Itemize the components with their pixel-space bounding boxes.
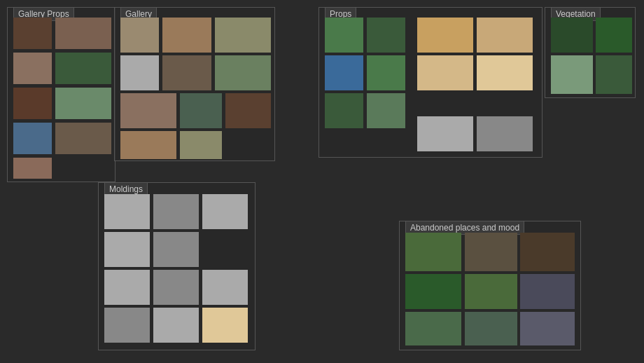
moldings-group: Moldings: [98, 182, 255, 350]
img-a6[interactable]: [520, 274, 575, 309]
img-m2[interactable]: [153, 194, 199, 229]
img-v3[interactable]: [551, 55, 593, 94]
img-g5[interactable]: [162, 55, 211, 90]
img-gp7[interactable]: [13, 123, 52, 154]
img-g8[interactable]: [180, 93, 222, 128]
img-gp1[interactable]: [13, 18, 52, 49]
img-m5[interactable]: [153, 232, 199, 267]
vegetation-group: Vegetation: [545, 7, 636, 98]
img-p11[interactable]: [417, 116, 473, 151]
img-gp8[interactable]: [55, 123, 111, 154]
img-m1[interactable]: [104, 194, 150, 229]
abandoned-group: Abandoned places and mood: [399, 221, 581, 350]
img-p6[interactable]: [367, 55, 405, 90]
img-m6[interactable]: [104, 270, 150, 305]
img-a9[interactable]: [520, 312, 575, 345]
img-m3[interactable]: [202, 194, 248, 229]
img-p10[interactable]: [367, 93, 405, 128]
gallery-group: Gallery: [114, 7, 275, 161]
img-gp2[interactable]: [55, 18, 111, 49]
img-v1[interactable]: [551, 18, 593, 53]
img-m4[interactable]: [104, 232, 150, 267]
img-g9[interactable]: [225, 93, 271, 128]
img-m9[interactable]: [104, 308, 150, 343]
img-m11[interactable]: [202, 308, 248, 343]
gallery-props-group: Gallery Props: [7, 7, 115, 182]
img-g4[interactable]: [120, 55, 159, 90]
img-m8[interactable]: [202, 270, 248, 305]
img-gp4[interactable]: [55, 53, 111, 84]
props-group: Props: [318, 7, 542, 158]
img-g6[interactable]: [215, 55, 271, 90]
img-gp6[interactable]: [55, 88, 111, 119]
img-a1[interactable]: [405, 233, 461, 271]
img-p12[interactable]: [477, 116, 533, 151]
img-gp9[interactable]: [13, 158, 52, 179]
img-p5[interactable]: [325, 55, 363, 90]
img-p9[interactable]: [325, 93, 363, 128]
img-g10[interactable]: [120, 131, 176, 159]
img-p4[interactable]: [477, 18, 533, 53]
img-g2[interactable]: [162, 18, 211, 53]
img-p8[interactable]: [477, 55, 533, 90]
img-gp5[interactable]: [13, 88, 52, 119]
img-g11[interactable]: [180, 131, 222, 159]
img-m10[interactable]: [153, 308, 199, 343]
img-a8[interactable]: [465, 312, 517, 345]
img-a2[interactable]: [465, 233, 517, 271]
img-a3[interactable]: [520, 233, 575, 271]
img-p7[interactable]: [417, 55, 473, 90]
img-a4[interactable]: [405, 274, 461, 309]
img-p2[interactable]: [367, 18, 405, 53]
img-g7[interactable]: [120, 93, 176, 128]
img-g3[interactable]: [215, 18, 271, 53]
img-g1[interactable]: [120, 18, 159, 53]
img-v2[interactable]: [596, 18, 632, 53]
img-v4[interactable]: [596, 55, 632, 94]
img-p1[interactable]: [325, 18, 363, 53]
img-gp3[interactable]: [13, 53, 52, 84]
img-a5[interactable]: [465, 274, 517, 309]
img-a7[interactable]: [405, 312, 461, 345]
img-m7[interactable]: [153, 270, 199, 305]
img-p3[interactable]: [417, 18, 473, 53]
